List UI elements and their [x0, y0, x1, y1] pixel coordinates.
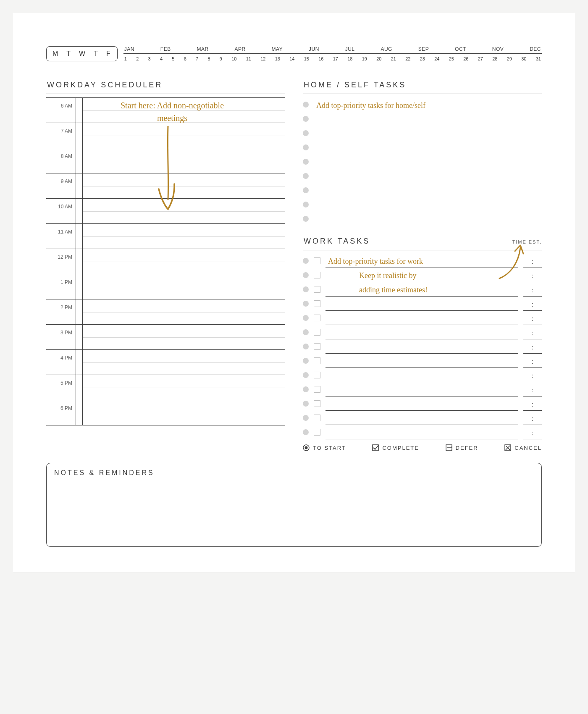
task-line[interactable]: adding time estimates!	[326, 282, 518, 297]
time-est-field[interactable]	[523, 411, 542, 425]
work-task-list[interactable]: Add top-priority tasks for workKeep it r…	[303, 254, 542, 439]
work-task-row[interactable]	[303, 311, 542, 325]
home-task-row[interactable]	[303, 197, 542, 212]
time-est-field[interactable]	[523, 396, 542, 411]
weekday-option[interactable]: T	[66, 50, 71, 58]
notes-box[interactable]: NOTES & REMINDERS	[46, 463, 542, 547]
month-label[interactable]: MAR	[197, 46, 208, 52]
day-label[interactable]: 9	[220, 56, 222, 61]
checkbox-icon[interactable]	[314, 357, 320, 364]
time-est-field[interactable]	[523, 297, 542, 311]
time-est-field[interactable]	[523, 311, 542, 325]
day-label[interactable]: 21	[391, 56, 396, 61]
task-line[interactable]	[326, 311, 518, 325]
task-line[interactable]	[326, 396, 518, 411]
work-task-row[interactable]: Keep it realistic by	[303, 268, 542, 282]
day-label[interactable]: 30	[521, 56, 526, 61]
weekday-option[interactable]: W	[79, 50, 86, 58]
home-task-row[interactable]	[303, 112, 542, 126]
day-label[interactable]: 25	[449, 56, 454, 61]
day-label[interactable]: 16	[318, 56, 323, 61]
time-est-field[interactable]	[523, 382, 542, 396]
checkbox-icon[interactable]	[314, 272, 320, 278]
day-label[interactable]: 3	[148, 56, 151, 61]
day-label[interactable]: 29	[507, 56, 512, 61]
month-label[interactable]: MAY	[272, 46, 283, 52]
home-task-row[interactable]	[303, 212, 542, 226]
checkbox-icon[interactable]	[314, 315, 320, 321]
weekday-option[interactable]: T	[94, 50, 99, 58]
checkbox-icon[interactable]	[314, 343, 320, 350]
task-line[interactable]: Add top-priority tasks for home/self	[314, 97, 542, 112]
task-line[interactable]	[326, 368, 518, 382]
hour-row[interactable]: 3 PM	[46, 325, 285, 350]
hour-row[interactable]: 4 PM	[46, 350, 285, 375]
checkbox-icon[interactable]	[314, 400, 320, 407]
task-line[interactable]	[314, 155, 542, 169]
day-label[interactable]: 31	[536, 56, 541, 61]
work-task-row[interactable]	[303, 368, 542, 382]
task-line[interactable]	[314, 112, 542, 126]
day-label[interactable]: 4	[160, 56, 163, 61]
task-line[interactable]	[326, 297, 518, 311]
day-label[interactable]: 11	[246, 56, 251, 61]
day-label[interactable]: 13	[275, 56, 280, 61]
day-label[interactable]: 28	[492, 56, 497, 61]
hour-row[interactable]: 8 AM	[46, 148, 285, 173]
task-line[interactable]	[314, 197, 542, 212]
home-task-row[interactable]	[303, 140, 542, 155]
time-est-field[interactable]	[523, 268, 542, 282]
work-task-row[interactable]	[303, 396, 542, 411]
time-est-field[interactable]	[523, 368, 542, 382]
checkbox-icon[interactable]	[314, 429, 320, 436]
day-label[interactable]: 24	[434, 56, 439, 61]
month-label[interactable]: AUG	[381, 46, 392, 52]
work-task-row[interactable]: Add top-priority tasks for work	[303, 254, 542, 268]
day-label[interactable]: 5	[172, 56, 174, 61]
task-line[interactable]	[326, 354, 518, 368]
month-label[interactable]: JUN	[309, 46, 319, 52]
day-label[interactable]: 20	[376, 56, 381, 61]
work-task-row[interactable]	[303, 411, 542, 425]
home-task-row[interactable]	[303, 183, 542, 197]
day-label[interactable]: 2	[136, 56, 139, 61]
task-line[interactable]	[326, 325, 518, 339]
month-label[interactable]: OCT	[455, 46, 466, 52]
month-label[interactable]: DEC	[530, 46, 541, 52]
time-est-field[interactable]	[523, 325, 542, 339]
checkbox-icon[interactable]	[314, 372, 320, 378]
task-line[interactable]	[314, 212, 542, 226]
home-task-list[interactable]: Add top-priority tasks for home/self	[303, 97, 542, 226]
work-task-row[interactable]	[303, 325, 542, 339]
work-task-row[interactable]	[303, 354, 542, 368]
hour-row[interactable]: 11 AM	[46, 224, 285, 249]
checkbox-icon[interactable]	[314, 415, 320, 421]
hour-row[interactable]: 6 PM	[46, 400, 285, 425]
time-est-field[interactable]	[523, 282, 542, 297]
hour-row[interactable]: 6 AM	[46, 98, 285, 123]
home-task-row[interactable]	[303, 155, 542, 169]
day-label[interactable]: 8	[207, 56, 210, 61]
month-label[interactable]: SEP	[418, 46, 429, 52]
task-line[interactable]: Keep it realistic by	[326, 268, 518, 282]
day-label[interactable]: 19	[362, 56, 367, 61]
month-label[interactable]: NOV	[492, 46, 504, 52]
day-label[interactable]: 10	[231, 56, 236, 61]
time-est-field[interactable]	[523, 254, 542, 268]
day-label[interactable]: 15	[304, 56, 309, 61]
task-line[interactable]	[314, 169, 542, 183]
day-label[interactable]: 12	[260, 56, 265, 61]
task-line[interactable]: Add top-priority tasks for work	[326, 254, 518, 268]
day-label[interactable]: 17	[333, 56, 338, 61]
month-label[interactable]: APR	[235, 46, 246, 52]
checkbox-icon[interactable]	[314, 257, 320, 264]
home-task-row[interactable]: Add top-priority tasks for home/self	[303, 97, 542, 112]
checkbox-icon[interactable]	[314, 386, 320, 393]
month-label[interactable]: FEB	[160, 46, 171, 52]
work-task-row[interactable]	[303, 425, 542, 439]
day-label[interactable]: 7	[196, 56, 198, 61]
day-label[interactable]: 18	[347, 56, 352, 61]
day-label[interactable]: 6	[184, 56, 186, 61]
weekday-option[interactable]: F	[106, 50, 111, 58]
task-line[interactable]	[314, 183, 542, 197]
